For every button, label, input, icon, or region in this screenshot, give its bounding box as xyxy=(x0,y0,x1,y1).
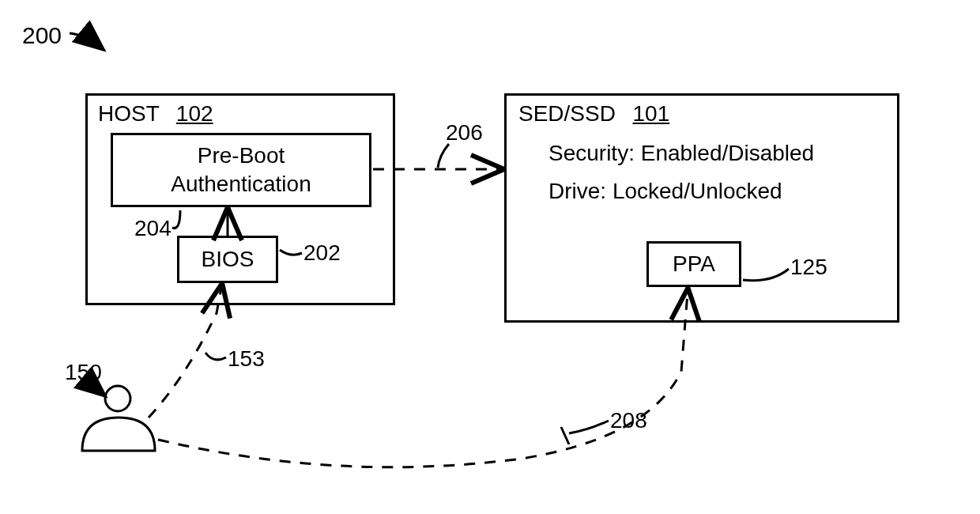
ppa-box: PPA xyxy=(646,241,741,287)
bios-label: BIOS xyxy=(202,247,254,272)
host-title: HOST 102 xyxy=(98,101,213,127)
drive-box xyxy=(504,93,899,323)
conn-153-ref: 153 xyxy=(228,346,265,372)
preboot-line2: Authentication xyxy=(113,172,369,197)
drive-status: Drive: Locked/Unlocked xyxy=(548,179,782,204)
conn-206-ref: 206 xyxy=(446,120,483,146)
conn-208-ref: 208 xyxy=(610,408,647,433)
security-status: Security: Enabled/Disabled xyxy=(548,141,814,166)
ppa-ref: 125 xyxy=(790,255,827,280)
ppa-label: PPA xyxy=(673,251,715,277)
host-title-prefix: HOST xyxy=(98,101,159,126)
bios-ref: 202 xyxy=(303,240,341,266)
drive-ref: 101 xyxy=(633,101,670,126)
preboot-ref: 204 xyxy=(134,216,172,241)
preboot-auth-box: Pre-Boot Authentication xyxy=(111,133,371,207)
user-ref: 150 xyxy=(65,360,102,385)
host-ref: 102 xyxy=(176,101,213,126)
drive-title-prefix: SED/SSD xyxy=(518,101,616,126)
bios-box: BIOS xyxy=(177,236,278,283)
svg-point-0 xyxy=(105,386,130,411)
diagram-canvas: 200 HOST 102 Pre-Boot Authentication BIO… xyxy=(0,0,980,514)
figure-number: 200 xyxy=(22,22,62,49)
drive-title: SED/SSD 101 xyxy=(518,101,669,127)
preboot-line1: Pre-Boot xyxy=(113,143,369,168)
svg-line-2 xyxy=(561,427,569,444)
